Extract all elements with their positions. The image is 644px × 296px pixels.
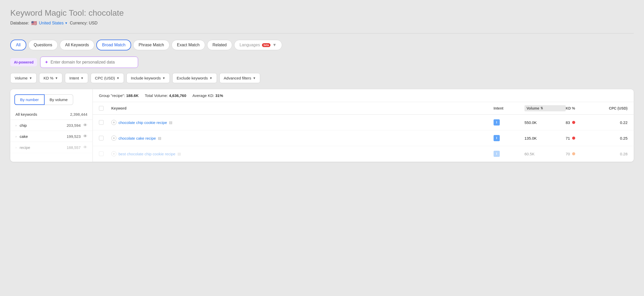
keyword-link[interactable]: + best chocolate chip cookie recipe ▤	[111, 151, 494, 156]
row-checkbox[interactable]	[99, 120, 104, 125]
tab-phrase-match[interactable]: Phrase Match	[133, 40, 170, 50]
subtitle: Database: 🇺🇸 United States ▼ Currency: U…	[10, 20, 634, 26]
flag-icon: 🇺🇸	[31, 20, 37, 26]
chevron-down-icon: ▼	[116, 76, 120, 80]
tab-related[interactable]: Related	[207, 40, 232, 50]
sidebar-all-count: 2,398,444	[70, 112, 87, 116]
filter-exclude-keywords[interactable]: Exclude keywords ▼	[172, 73, 217, 83]
sidebar: By number By volume All keywords 2,398,4…	[10, 89, 93, 162]
kd-indicator	[572, 152, 575, 155]
tab-exact-match[interactable]: Exact Match	[172, 40, 205, 50]
ai-input-wrapper[interactable]: ✦	[40, 57, 138, 68]
add-icon[interactable]: +	[111, 136, 116, 141]
table-row: + chocolate chip cookie recipe ▤ I 550.0…	[93, 115, 634, 130]
chevron-right-icon: ›	[15, 146, 16, 149]
col-keyword-header: Keyword	[111, 106, 494, 110]
kd-indicator	[572, 121, 575, 124]
chevron-down-icon: ▼	[162, 76, 165, 80]
col-cpc-header: CPC (USD)	[597, 106, 628, 110]
filter-kd[interactable]: KD % ▼	[39, 73, 62, 83]
toggle-by-volume[interactable]: By volume	[45, 94, 73, 105]
table-header: Keyword Intent Volume ⇅ KD % CPC (USD)	[93, 102, 634, 115]
chevron-down-icon: ▼	[253, 76, 256, 80]
chevron-down-icon: ▼	[65, 21, 68, 25]
chevron-right-icon: ›	[15, 123, 16, 127]
col-checkbox	[99, 106, 111, 111]
chevron-down-icon: ▼	[29, 76, 32, 80]
chevron-down-icon: ▼	[55, 76, 58, 80]
list-item[interactable]: › recipe 188,557 👁	[10, 142, 92, 153]
keyword-link[interactable]: + chocolate chip cookie recipe ▤	[111, 120, 494, 125]
sparkle-icon: ✦	[45, 59, 48, 65]
group-header: Group "recipe": 188.6K Total Volume: 4,6…	[93, 89, 634, 102]
chevron-down-icon: ▼	[273, 43, 277, 47]
tab-all-keywords[interactable]: All Keywords	[60, 40, 94, 50]
chevron-down-icon: ▼	[81, 76, 84, 80]
keyword-link[interactable]: + chocolate cake recipe ▤	[111, 136, 494, 141]
ai-domain-input[interactable]	[50, 60, 134, 65]
select-all-checkbox[interactable]	[99, 106, 104, 111]
sidebar-all-label: All keywords	[15, 112, 37, 116]
table-row: + best chocolate chip cookie recipe ▤ I …	[93, 146, 634, 162]
chevron-down-icon: ▼	[209, 76, 213, 80]
list-item[interactable]: › chip 203,594 👁	[10, 120, 92, 131]
row-checkbox[interactable]	[99, 151, 104, 156]
list-item[interactable]: › cake 199,523 👁	[10, 131, 92, 142]
add-icon[interactable]: +	[111, 120, 116, 125]
col-kd-header: KD %	[566, 106, 597, 110]
tab-broad-match[interactable]: Broad Match	[96, 40, 131, 50]
tab-questions[interactable]: Questions	[28, 40, 58, 50]
ai-row: AI-powered ✦	[10, 57, 634, 68]
tab-languages[interactable]: Languages beta ▼	[234, 40, 282, 50]
table-area: Group "recipe": 188.6K Total Volume: 4,6…	[93, 89, 634, 162]
kd-indicator	[572, 137, 575, 140]
divider	[10, 33, 634, 33]
tab-all[interactable]: All	[10, 40, 26, 50]
filters-row: Volume ▼ KD % ▼ Intent ▼ CPC (USD) ▼ Inc…	[10, 73, 634, 83]
filter-advanced[interactable]: Advanced filters ▼	[219, 73, 260, 83]
sidebar-all-keywords: All keywords 2,398,444	[10, 109, 92, 120]
intent-badge: I	[494, 135, 500, 141]
intent-badge: I	[494, 151, 500, 157]
eye-icon[interactable]: 👁	[83, 145, 87, 150]
sort-icon: ⇅	[540, 106, 543, 110]
tabs-row: All Questions All Keywords Broad Match P…	[10, 40, 634, 50]
sidebar-toggle: By number By volume	[14, 94, 88, 105]
doc-icon: ▤	[177, 152, 181, 156]
col-intent-header: Intent	[494, 106, 524, 110]
eye-icon[interactable]: 👁	[83, 134, 87, 139]
toggle-by-number[interactable]: By number	[14, 94, 45, 105]
filter-include-keywords[interactable]: Include keywords ▼	[126, 73, 170, 83]
beta-badge: beta	[262, 43, 270, 47]
ai-powered-badge: AI-powered	[10, 58, 37, 66]
page-title: Keyword Magic Tool: chocolate	[10, 8, 634, 18]
intent-badge: I	[494, 119, 500, 125]
database-link[interactable]: United States ▼	[39, 21, 68, 25]
doc-icon: ▤	[169, 120, 172, 124]
filter-intent[interactable]: Intent ▼	[65, 73, 88, 83]
main-content: By number By volume All keywords 2,398,4…	[10, 89, 634, 162]
table-row: + chocolate cake recipe ▤ I 135.0K 71 0.…	[93, 130, 634, 146]
filter-cpc[interactable]: CPC (USD) ▼	[91, 73, 124, 83]
eye-icon[interactable]: 👁	[83, 123, 87, 128]
filter-volume[interactable]: Volume ▼	[10, 73, 37, 83]
col-volume-header[interactable]: Volume ⇅	[524, 105, 566, 111]
chevron-right-icon: ›	[15, 134, 16, 138]
row-checkbox[interactable]	[99, 136, 104, 140]
doc-icon: ▤	[158, 136, 161, 140]
add-icon[interactable]: +	[111, 151, 116, 156]
